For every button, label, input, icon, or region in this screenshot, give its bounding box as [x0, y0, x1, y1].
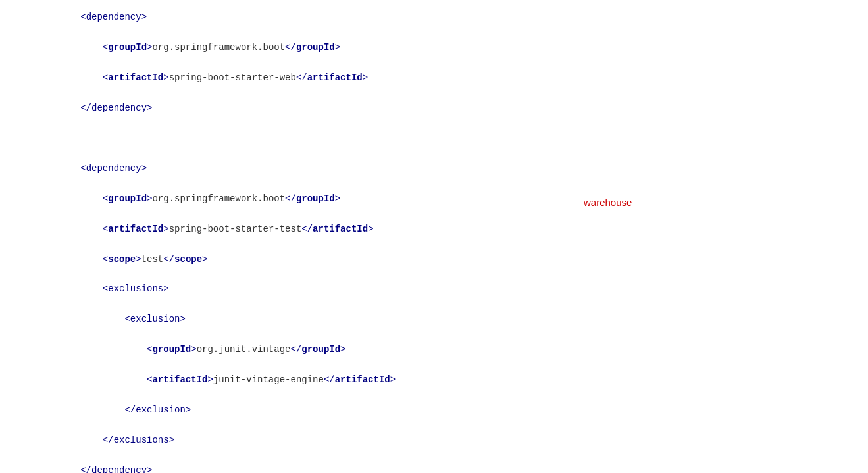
code-line: </dependency>	[36, 101, 829, 116]
code-line: <exclusions>	[36, 282, 829, 297]
code-line: <dependency>	[36, 10, 829, 26]
code-line: <groupId>org.springframework.boot</group…	[36, 40, 829, 56]
code-line: <groupId>org.junit.vintage</groupId>	[36, 342, 829, 358]
warehouse-label: warehouse	[584, 197, 632, 208]
code-line: <scope>test</scope>	[36, 252, 829, 268]
code-line: <groupId>org.springframework.boot</group…	[36, 191, 829, 207]
page-container: <dependency> <groupId>org.springframewor…	[0, 0, 868, 473]
code-line: </exclusions>	[36, 433, 829, 449]
code-line	[36, 131, 829, 147]
code-line: <exclusion>	[36, 312, 829, 328]
code-area: <dependency> <groupId>org.springframewor…	[0, 7, 868, 473]
code-line: <dependency>	[36, 161, 829, 177]
code-line: <artifactId>spring-boot-starter-web</art…	[36, 70, 829, 86]
code-line: </exclusion>	[36, 403, 829, 418]
code-content: <dependency> <groupId>org.springframewor…	[36, 10, 829, 473]
code-line: <artifactId>spring-boot-starter-test</ar…	[36, 222, 829, 237]
code-line: <artifactId>junit-vintage-engine</artifa…	[36, 372, 829, 388]
code-line: </dependency>	[36, 463, 829, 473]
